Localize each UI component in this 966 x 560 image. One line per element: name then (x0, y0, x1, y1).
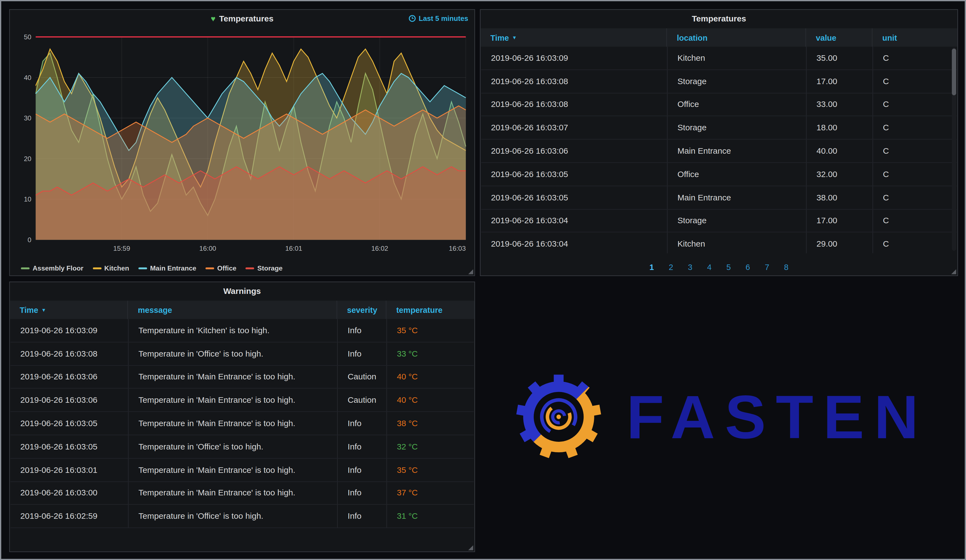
table-cell: 2019-06-26 16:03:07 (481, 116, 667, 139)
time-range-picker[interactable]: Last 5 minutes (409, 15, 468, 22)
table-row: 2019-06-26 16:03:09Temperature in 'Kitch… (10, 319, 474, 342)
table-cell-temperature: 35 °C (386, 319, 474, 342)
column-header-value[interactable]: value (805, 28, 872, 47)
table-row: 2019-06-26 16:03:06Temperature in 'Main … (10, 366, 474, 389)
svg-text:20: 20 (24, 155, 31, 162)
legend-item[interactable]: Kitchen (93, 264, 129, 272)
legend-color-icon (93, 267, 101, 269)
table-cell: 17.00 (806, 70, 873, 92)
table-cell-time: 2019-06-26 16:03:05 (10, 412, 128, 435)
table-cell: 2019-06-26 16:03:04 (481, 210, 667, 232)
table-cell-temperature: 31 °C (386, 505, 474, 527)
table-row: 2019-06-26 16:03:04Storage17.00C (481, 210, 957, 233)
table-cell-temperature: 33 °C (386, 342, 474, 365)
pagination-page[interactable]: 1 (650, 262, 654, 272)
table-cell-time: 2019-06-26 16:03:06 (10, 389, 128, 411)
table-cell: 17.00 (806, 210, 873, 232)
svg-text:16:01: 16:01 (285, 245, 302, 252)
table-cell: Main Entrance (667, 140, 806, 162)
panel-resize-handle[interactable] (468, 545, 473, 550)
pagination-page[interactable]: 6 (746, 262, 750, 272)
table-row: 2019-06-26 16:03:04Kitchen29.00C (481, 233, 957, 253)
table-cell: C (872, 233, 957, 253)
table-cell: 2019-06-26 16:03:08 (481, 93, 667, 116)
table-row: 2019-06-26 16:03:06Temperature in 'Main … (10, 389, 474, 412)
pagination-page[interactable]: 2 (669, 262, 673, 272)
table-row: 2019-06-26 16:03:05Temperature in 'Main … (10, 412, 474, 436)
table-cell-time: 2019-06-26 16:03:06 (10, 366, 128, 388)
table-cell-time: 2019-06-26 16:03:09 (10, 319, 128, 342)
legend-item[interactable]: Office (205, 264, 237, 272)
table-row: 2019-06-26 16:03:08Storage17.00C (481, 70, 957, 93)
column-header-unit[interactable]: unit (872, 28, 958, 47)
table-row: 2019-06-26 16:03:01Temperature in 'Main … (10, 458, 474, 482)
table-cell: 2019-06-26 16:03:09 (481, 47, 667, 69)
table-cell: Office (667, 163, 806, 185)
table-cell-time: 2019-06-26 16:03:00 (10, 481, 128, 504)
panel-resize-handle[interactable] (951, 269, 956, 274)
table-cell: 29.00 (806, 233, 873, 253)
table-cell-severity: Info (337, 319, 386, 342)
legend-item[interactable]: Storage (246, 264, 283, 272)
table-header: Time ▼ location value unit (481, 28, 958, 47)
table-cell: Storage (667, 70, 806, 92)
table-cell-message: Temperature in 'Main Entrance' is too hi… (128, 458, 337, 481)
table-cell-severity: Info (337, 505, 386, 527)
table-cell-severity: Info (337, 342, 386, 365)
svg-text:16:02: 16:02 (371, 245, 388, 252)
svg-text:10: 10 (24, 196, 31, 203)
table-cell: C (872, 210, 957, 232)
table-row: 2019-06-26 16:03:05Temperature in 'Offic… (10, 435, 474, 458)
table-cell-severity: Info (337, 481, 386, 504)
panel-temperatures-table: Temperatures Time ▼ location value unit … (480, 9, 958, 276)
table-cell-severity: Info (337, 412, 386, 435)
time-series-chart[interactable]: 0102030405015:5916:0016:0116:0216:03 (15, 28, 471, 258)
table-cell-message: Temperature in 'Main Entrance' is too hi… (128, 481, 337, 504)
column-header-label: temperature (396, 305, 442, 314)
table-cell: 32.00 (806, 163, 873, 185)
pagination-page[interactable]: 3 (688, 262, 692, 272)
legend-item[interactable]: Main Entrance (138, 264, 196, 272)
legend-item[interactable]: Assembly Floor (21, 264, 83, 272)
table-header: Time ▼ message severity temperature (10, 301, 474, 319)
table-cell: Kitchen (667, 47, 806, 69)
table-cell: 2019-06-26 16:03:04 (481, 233, 667, 253)
column-header-message[interactable]: message (127, 301, 337, 319)
legend-label: Assembly Floor (33, 264, 84, 272)
panel-title[interactable]: Warnings (10, 282, 474, 300)
panel-logo: FASTEN (480, 282, 958, 552)
scrollbar-track[interactable] (952, 47, 956, 251)
column-header-temperature[interactable]: temperature (386, 301, 474, 319)
column-header-time[interactable]: Time ▼ (10, 301, 127, 319)
pagination-page[interactable]: 4 (707, 262, 711, 272)
column-header-location[interactable]: location (666, 28, 805, 47)
panel-title[interactable]: ♥Temperatures (10, 10, 474, 28)
panel-resize-handle[interactable] (468, 269, 473, 274)
column-header-label: value (816, 33, 836, 43)
column-header-severity[interactable]: severity (337, 301, 386, 319)
panel-title-label: Temperatures (692, 14, 746, 23)
table-cell-message: Temperature in 'Main Entrance' is too hi… (128, 412, 337, 435)
column-header-label: Time (20, 305, 38, 314)
table-body: 2019-06-26 16:03:09Kitchen35.00C2019-06-… (481, 47, 957, 253)
table-cell-temperature: 32 °C (386, 435, 474, 458)
chart-legend: Assembly FloorKitchenMain EntranceOffice… (21, 264, 292, 272)
pagination-page[interactable]: 5 (726, 262, 731, 272)
svg-text:50: 50 (24, 33, 31, 41)
scrollbar-thumb[interactable] (952, 49, 956, 95)
legend-label: Kitchen (104, 264, 129, 272)
table-cell: Main Entrance (667, 186, 806, 209)
table-cell: 18.00 (806, 116, 873, 139)
sort-caret-icon: ▼ (41, 307, 46, 313)
sort-caret-icon: ▼ (512, 34, 517, 40)
table-row: 2019-06-26 16:03:08Temperature in 'Offic… (10, 342, 474, 366)
pagination-page[interactable]: 8 (784, 262, 789, 272)
table-cell: 40.00 (806, 140, 873, 162)
column-header-label: location (677, 33, 707, 43)
panel-title[interactable]: Temperatures (481, 10, 958, 28)
column-header-label: Time (490, 33, 509, 43)
table-cell: C (872, 47, 957, 69)
column-header-time[interactable]: Time ▼ (481, 28, 666, 47)
table-row: 2019-06-26 16:03:09Kitchen35.00C (481, 47, 957, 70)
pagination-page[interactable]: 7 (765, 262, 769, 272)
